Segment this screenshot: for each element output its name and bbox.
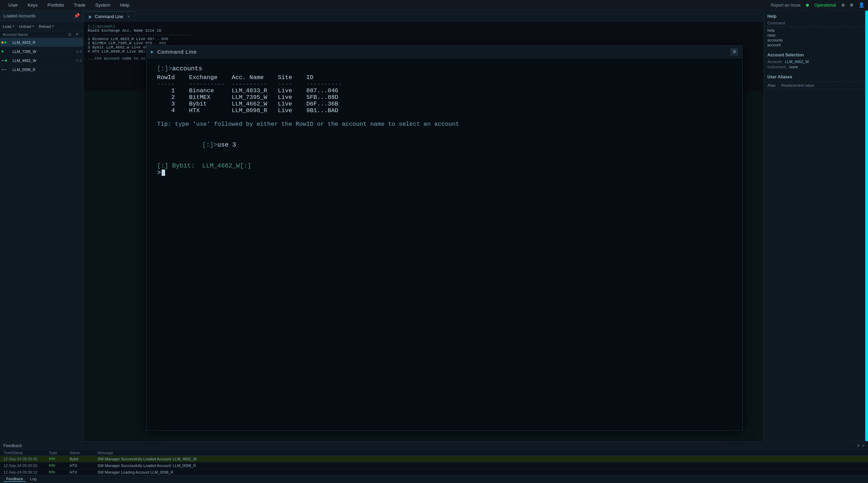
col-name: Name (70, 451, 98, 455)
help-item-help[interactable]: help (767, 28, 865, 32)
sidebar-pin-icon[interactable]: 📌 (74, 13, 80, 19)
instrument-value: none (789, 65, 798, 69)
replacement-col: Replacement value (781, 83, 814, 87)
feedback-rows: 12-Sep-24 09:39:45 Info Bybit SW Manager… (0, 456, 868, 475)
tab-label: Command Line (95, 14, 123, 19)
account-row[interactable]: LLM_0098_R (0, 65, 83, 74)
bg-line-2: ----- ---------- ---------- ------ -----… (88, 33, 759, 37)
fr-name: Bybit (70, 457, 98, 461)
fr-type: Info (49, 463, 70, 468)
fr-timestamp: 12-Sep-24 09:39:26 (3, 463, 49, 468)
account-indicators (1, 60, 11, 62)
fr-type: Info (49, 470, 70, 475)
menu-trade[interactable]: Trade (69, 0, 90, 10)
cmd-row-4: 4 HTX LLM_0098_R Live 9B1...BAD (157, 107, 732, 114)
green-indicator (5, 60, 7, 62)
top-right-bar: Report an Issue Operational ⚙ ⊞ 👤 (771, 2, 865, 8)
menu-portfolio[interactable]: Portfolio (42, 0, 69, 10)
feedback-tab-feedback[interactable]: Feedback (3, 476, 26, 482)
instrument-row: Instrument: none (767, 65, 865, 69)
feedback-panel: Feedback 9 x TimeStamp Type Name Message… (0, 441, 868, 483)
feedback-col-header: TimeStamp Type Name Message (0, 450, 868, 456)
instrument-label: Instrument: (767, 65, 786, 69)
operational-dot (806, 4, 809, 7)
green-indicator (1, 50, 3, 53)
feedback-header: Feedback 9 x (0, 442, 868, 450)
main-layout: Loaded Accounts 📌 Load▼ Unload▼ Reload▼ … (0, 10, 868, 441)
cyan-scrollbar[interactable] (865, 10, 868, 441)
stripe-indicator (1, 69, 4, 70)
feedback-row[interactable]: 12-Sep-24 09:39:45 Info Bybit SW Manager… (0, 456, 868, 462)
sidebar-toolbar: Load▼ Unload▼ Reload▼ (0, 22, 83, 31)
help-item-accounts[interactable]: accounts (767, 38, 865, 42)
col-timestamp: TimeStamp (3, 451, 49, 455)
account-indicators (1, 41, 11, 44)
help-item-clear[interactable]: clear (767, 33, 865, 37)
col-p: P (74, 32, 80, 37)
yellow-indicator (1, 41, 3, 44)
fr-timestamp: 12-Sep-24 09:39:45 (3, 457, 49, 461)
account-row[interactable]: LLM_4662_W 0 0 (0, 56, 83, 65)
help-item-account[interactable]: account (767, 43, 865, 47)
reload-button[interactable]: Reload▼ (39, 24, 54, 29)
menu-user[interactable]: User (3, 0, 23, 10)
cmd-header: RowId Exchange Acc. Name Site ID (157, 74, 732, 81)
cmd-result: [:] Bybit: LLM_4662_W[:] (157, 162, 732, 169)
unload-button[interactable]: Unload▼ (19, 24, 34, 29)
aliases-table: Alias Replacement value (767, 83, 865, 89)
feedback-pin[interactable]: 9 (857, 444, 860, 448)
cmd-line-1: [:]>accounts (157, 65, 732, 72)
menu-system[interactable]: System (91, 0, 115, 10)
feedback-close[interactable]: x (862, 444, 865, 448)
col-message: Message (98, 451, 865, 455)
account-nums: 0 0 (76, 59, 82, 63)
fr-name: HTX (70, 470, 98, 474)
command-row: Command (767, 21, 865, 25)
load-button[interactable]: Load▼ (3, 24, 15, 29)
menu-help[interactable]: Help (115, 0, 134, 10)
settings-icon[interactable]: ⚙ (842, 2, 844, 8)
bg-line-1: RowId Exchange Acc. Name Site ID (88, 29, 759, 33)
user-aliases-section: User Aliases Alias Replacement value (767, 75, 865, 89)
account-nums: 0 0 (76, 49, 82, 54)
menu-keys[interactable]: Keys (23, 0, 42, 10)
command-line-modal[interactable]: ▶ Command Line ✕ [:]>accounts RowId Exch… (146, 45, 743, 431)
modal-content: [:]>accounts RowId Exchange Acc. Name Si… (147, 58, 742, 430)
divider-2 (767, 81, 865, 82)
feedback-row[interactable]: 12-Sep-24 09:39:26 Info HTX SW Manager S… (0, 462, 868, 469)
col-account-name: Account Name (3, 32, 65, 37)
feedback-controls: 9 x (857, 444, 865, 448)
user-aliases-title: User Aliases (767, 75, 865, 79)
cmd-prompt-2: [:]> (202, 141, 217, 148)
account-name: LLM_7395_W (13, 49, 75, 54)
stripe-indicator (1, 60, 4, 61)
feedback-row[interactable]: 12-Sep-24 09:39:12 Info HTX SW Manager L… (0, 469, 868, 475)
tab-close-icon[interactable]: ✕ (127, 15, 130, 18)
account-row[interactable]: LLM_7395_W 0 0 (0, 47, 83, 56)
account-name: LLM_4833_R (13, 40, 79, 45)
account-selection-section: Account Selection Account: LLM_4662_W In… (767, 53, 865, 69)
alias-col: Alias (767, 83, 776, 87)
feedback-tabs: Feedback Log (0, 475, 868, 483)
layout-icon[interactable]: ⊞ (850, 2, 853, 8)
modal-overlay: ▶ Command Line ✕ [:]>accounts RowId Exch… (84, 10, 764, 441)
top-menubar: User Keys Portfolio Trade System Help Re… (0, 0, 868, 10)
divider-1 (767, 26, 865, 27)
col-o: O (67, 32, 73, 37)
cmd-use-line: [:]>use 3 (157, 134, 732, 155)
cmd-accounts-text: accounts (172, 65, 202, 72)
sidebar-header: Loaded Accounts 📌 (0, 10, 83, 22)
cmd-prompt-1: [:]> (157, 65, 172, 72)
user-icon[interactable]: 👤 (859, 2, 865, 8)
feedback-tab-log[interactable]: Log (27, 476, 39, 482)
fr-message: SW Manager Loading Account LLM_0098_R (98, 470, 865, 474)
tab-command-line-bg[interactable]: ▶ Command Line ✕ (84, 11, 135, 21)
modal-title: Command Line (157, 49, 197, 55)
operational-label: Operational (814, 3, 836, 8)
sidebar-title: Loaded Accounts (3, 14, 36, 18)
fr-message: SW Manager Successfully Loaded Account: … (98, 457, 865, 461)
account-name: LLM_0098_R (13, 68, 79, 72)
modal-close-button[interactable]: ✕ (730, 48, 738, 56)
report-issue-link[interactable]: Report an Issue (771, 3, 800, 8)
account-row[interactable]: LLM_4833_R (0, 38, 83, 47)
